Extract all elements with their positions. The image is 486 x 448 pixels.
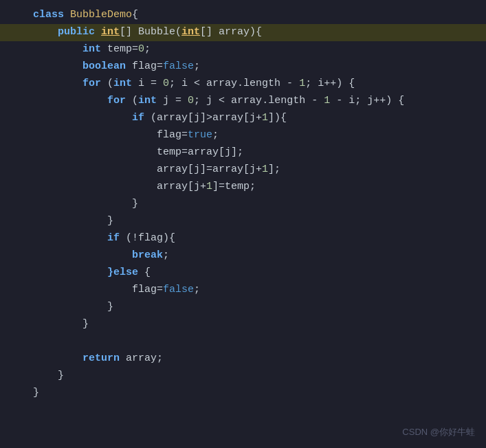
code-text: array[j+1]=temp; (33, 179, 256, 195)
code-text: } (33, 368, 64, 384)
code-line: } (0, 385, 486, 402)
code-text: } (33, 316, 89, 333)
code-text: int temp=0; (33, 41, 151, 58)
code-line: array[j]=array[j+1]; (0, 161, 486, 179)
code-line: boolean flag=false; (0, 58, 486, 76)
code-line: break; (0, 247, 486, 265)
code-line: } (0, 368, 486, 385)
code-line: for (int i = 0; i < array.length - 1; i+… (0, 76, 486, 93)
code-line: } (0, 316, 486, 333)
code-line: class BubbleDemo{ (0, 7, 486, 24)
code-text: if (array[j]>array[j+1]){ (33, 110, 287, 126)
code-text: } (33, 213, 113, 229)
code-text: boolean flag=false; (33, 58, 200, 75)
code-text: for (int j = 0; j < array.length - 1 - i… (33, 93, 404, 109)
code-text: flag=false; (33, 282, 200, 298)
code-line: } (0, 213, 486, 230)
code-container: class BubbleDemo{ public int[] Bubble(in… (0, 0, 486, 448)
code-line: for (int j = 0; j < array.length - 1 - i… (0, 93, 486, 110)
code-line: } (0, 299, 486, 316)
code-line: } (0, 196, 486, 213)
code-text: array[j]=array[j+1]; (33, 161, 280, 178)
code-text: if (!flag){ (33, 230, 175, 247)
code-line: public int[] Bubble(int[] array){ (0, 24, 486, 41)
code-line: int temp=0; (0, 41, 486, 58)
code-line: }else { (0, 265, 486, 282)
code-text: public int[] Bubble(int[] array){ (33, 24, 262, 41)
code-text: flag=true; (33, 127, 219, 144)
code-line: flag=false; (0, 282, 486, 299)
code-line: flag=true; (0, 127, 486, 144)
code-text: }else { (33, 265, 151, 281)
code-line: array[j+1]=temp; (0, 179, 486, 196)
code-text: class BubbleDemo{ (33, 7, 138, 23)
code-line (0, 333, 486, 350)
code-line: if (!flag){ (0, 230, 486, 247)
code-line: if (array[j]>array[j+1]){ (0, 110, 486, 127)
code-text (33, 333, 39, 350)
code-text: return array; (33, 350, 163, 367)
code-text: } (33, 385, 39, 401)
code-text: } (33, 299, 113, 315)
code-line: temp=array[j]; (0, 144, 486, 161)
code-text: } (33, 196, 138, 212)
code-text: for (int i = 0; i < array.length - 1; i+… (33, 76, 355, 92)
code-text: temp=array[j]; (33, 144, 243, 161)
code-text: break; (33, 247, 169, 264)
watermark: CSDN @你好牛蛙 (402, 425, 475, 440)
code-line: return array; (0, 350, 486, 368)
